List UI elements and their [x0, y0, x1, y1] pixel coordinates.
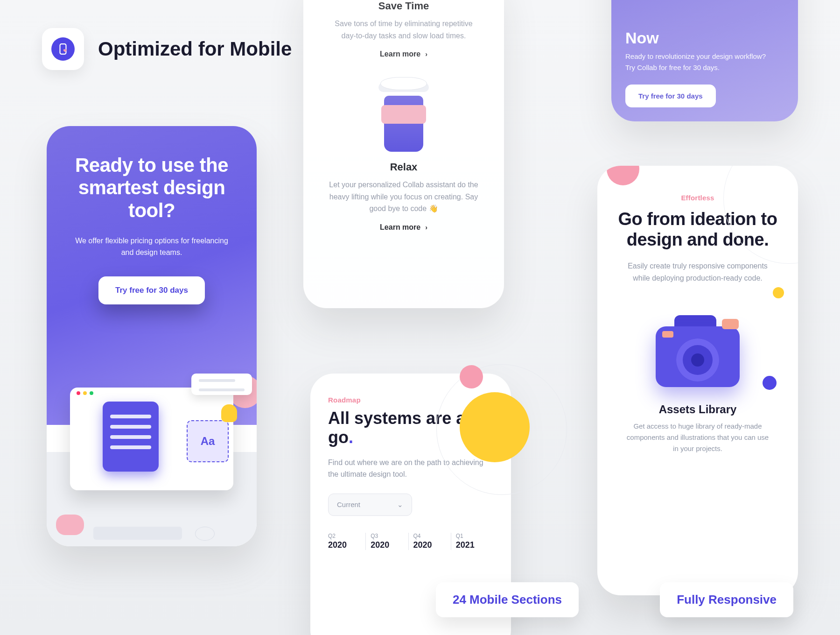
hero-illustration: Aa [47, 378, 257, 546]
popup-icon [191, 374, 252, 395]
relax-learn-more-link[interactable]: Learn more › [380, 223, 427, 232]
relax-desc: Let your personalized Collab assistant d… [313, 179, 495, 215]
coffee-cup-icon [376, 77, 432, 152]
roadmap-timeline: Q2 2020 Q3 2020 Q4 2020 Q1 2021 [328, 533, 493, 550]
try-now-card: Now Ready to revolutionize your design w… [611, 0, 798, 121]
roadmap-dropdown[interactable]: Current ⌄ [328, 494, 412, 516]
save-time-desc: Save tons of time by eliminating repetit… [313, 18, 495, 42]
svg-rect-0 [60, 44, 66, 54]
decorative-dot-yellow [773, 287, 784, 298]
decorative-dot-yellow [460, 392, 530, 462]
timeline-quarter: Q2 [328, 533, 365, 539]
dropdown-label: Current [337, 501, 360, 508]
relax-title: Relax [313, 161, 495, 173]
chat-bubble-icon [56, 515, 84, 535]
header-icon-box [42, 28, 84, 70]
timeline-item: Q3 2020 [365, 533, 408, 550]
mouse-icon [195, 527, 215, 541]
badge-mobile-sections: 24 Mobile Sections [436, 582, 579, 617]
mobile-heart-icon [51, 37, 75, 61]
hero-cta-button[interactable]: Try free for 30 days [98, 276, 205, 304]
timeline-year: 2020 [413, 540, 451, 550]
timeline-year: 2020 [328, 540, 365, 550]
decorative-dot-purple [763, 376, 777, 390]
effortless-card: Effortless Go from ideation to design an… [597, 166, 798, 595]
keyboard-icon [93, 527, 182, 540]
typography-icon: Aa [187, 420, 229, 462]
try-now-cta-button[interactable]: Try free for 30 days [625, 85, 716, 107]
bell-icon [221, 404, 237, 422]
timeline-item: Q2 2020 [328, 533, 365, 550]
learn-more-label: Learn more [380, 223, 420, 232]
try-now-title: Now [625, 29, 784, 47]
save-time-learn-more-link[interactable]: Learn more › [380, 50, 427, 58]
hero-desc: We offer flexible pricing options for fr… [64, 235, 239, 259]
timeline-quarter: Q4 [413, 533, 451, 539]
camera-icon [651, 312, 744, 392]
timeline-year: 2020 [371, 540, 408, 550]
chevron-right-icon: › [425, 50, 427, 58]
save-time-title: Save Time [313, 0, 495, 12]
hero-card: Ready to use the smartest design tool? W… [47, 126, 257, 546]
assets-desc: Get access to huge library of ready-made… [615, 421, 780, 454]
try-now-desc: Ready to revolutionize your design workf… [625, 51, 784, 73]
badge-responsive: Fully Responsive [660, 582, 793, 617]
decorative-dot-pink [460, 365, 483, 388]
features-card: Save Time Save tons of time by eliminati… [303, 0, 504, 308]
document-icon [103, 402, 159, 472]
chevron-right-icon: › [425, 224, 427, 231]
timeline-quarter: Q3 [371, 533, 408, 539]
assets-title: Assets Library [615, 403, 780, 416]
timeline-quarter: Q1 [456, 533, 493, 539]
effortless-desc: Easily create truly responsive component… [615, 260, 780, 284]
chevron-down-icon: ⌄ [397, 501, 403, 509]
decorative-dot-pink [607, 166, 639, 185]
timeline-item: Q1 2021 [451, 533, 493, 550]
learn-more-label: Learn more [380, 50, 420, 58]
timeline-year: 2021 [456, 540, 493, 550]
timeline-item: Q4 2020 [408, 533, 451, 550]
page-title: Optimized for Mobile [98, 38, 292, 60]
hero-title: Ready to use the smartest design tool? [64, 154, 239, 222]
